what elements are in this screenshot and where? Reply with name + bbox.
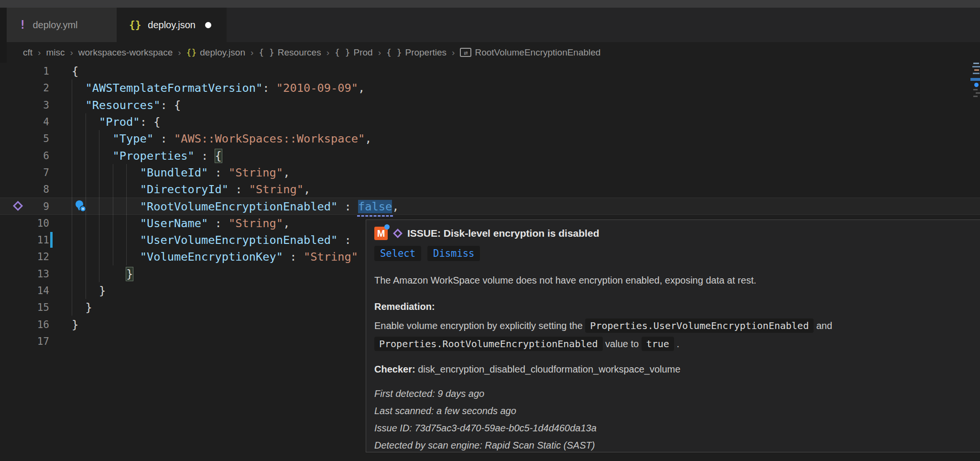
code-token: :: [283, 250, 304, 263]
remediation-text: Enable volume encryption by explicitly s…: [374, 317, 969, 353]
line-number: 9: [0, 198, 49, 215]
issue-title: ISSUE: Disk-level encryption is disabled: [407, 228, 599, 239]
code-token: "AWSTemplateFormatVersion": [86, 81, 263, 95]
line-number: 13: [0, 265, 49, 283]
line-content: "VolumeEncryptionKey" : "String": [72, 248, 358, 265]
tab-bar: !deploy.yml{}deploy.json: [7, 8, 980, 42]
minimap[interactable]: [973, 89, 978, 90]
code-token: :: [338, 200, 358, 213]
code-line-4[interactable]: 4 "Prod": {: [0, 113, 980, 131]
line-number: 5: [0, 130, 49, 147]
line-number: 12: [0, 248, 49, 265]
minimap[interactable]: [974, 83, 979, 87]
code-line-8[interactable]: 8 "DirectoryId" : "String",: [0, 181, 980, 198]
mend-logo-icon: M: [374, 227, 388, 240]
issue-description: The Amazon WorkSpace volume does not hav…: [374, 273, 969, 287]
modified-dot-icon[interactable]: [205, 22, 211, 28]
remediation-text-segment: Enable volume encryption by explicitly s…: [374, 320, 585, 331]
code-token: }: [72, 318, 78, 331]
breadcrumb-item-RootVolumeEncryptionEnabled[interactable]: ⇄RootVolumeEncryptionEnabled: [460, 47, 600, 58]
line-content: }: [72, 265, 133, 283]
code-line-1[interactable]: 1{: [0, 63, 980, 80]
json-braces-icon: {}: [129, 19, 141, 31]
line-content: }: [72, 299, 92, 316]
breadcrumb-item-misc[interactable]: misc: [46, 47, 65, 58]
line-number: 2: [0, 79, 49, 97]
modified-line-indicator: [50, 232, 53, 248]
line-content: }: [72, 316, 78, 333]
line-content: "UserName" : "String",: [72, 215, 290, 232]
breadcrumb-label: cft: [23, 47, 33, 58]
minimap[interactable]: [973, 96, 978, 97]
code-line-6[interactable]: 6 "Properties" : {: [0, 147, 980, 165]
code-token: :: [195, 149, 215, 163]
code-token: ,: [392, 200, 399, 213]
code-line-9[interactable]: 9 "RootVolumeEncryptionEnabled" : false,: [0, 198, 980, 215]
code-line-5[interactable]: 5 "Type" : "AWS::WorkSpaces::Workspace",: [0, 130, 980, 147]
minimap[interactable]: [972, 66, 980, 67]
minimap[interactable]: [973, 73, 980, 74]
tab-deploy.yml[interactable]: !deploy.yml: [7, 8, 117, 42]
tab-label: deploy.json: [148, 20, 196, 31]
code-line-2[interactable]: 2 "AWSTemplateFormatVersion": "2010-09-0…: [0, 79, 980, 97]
line-content: "Prod": {: [72, 113, 160, 131]
code-token: "RootVolumeEncryptionEnabled": [140, 200, 338, 213]
inline-code: true: [642, 337, 674, 351]
lightbulb-code-action-icon[interactable]: ✶: [74, 199, 87, 212]
issue-header: M ISSUE: Disk-level encryption is disabl…: [374, 226, 969, 241]
line-number: 3: [0, 97, 49, 114]
breadcrumb-item-Properties[interactable]: { }Properties: [386, 47, 446, 58]
code-token: "String": [229, 166, 283, 179]
mend-logo-letter: M: [377, 228, 385, 239]
breadcrumb-item-Resources[interactable]: { }Resources: [259, 47, 321, 58]
remediation-text-segment: .: [674, 339, 679, 349]
line-number: 7: [0, 164, 49, 181]
code-token: ,: [365, 132, 371, 145]
symbol-object-icon: { }: [259, 47, 274, 57]
breadcrumb-item-cft[interactable]: cft: [23, 47, 33, 58]
line-number: 4: [0, 113, 49, 131]
breadcrumb-separator: ›: [250, 47, 253, 58]
code-token: {: [72, 65, 78, 78]
json-braces-icon: {}: [186, 47, 197, 57]
code-token: "Properties": [113, 149, 195, 163]
breadcrumb: cft›misc›workspaces-workspace›{}deploy.j…: [7, 42, 980, 63]
remediation-text-segment: value to: [603, 339, 642, 349]
tab-deploy.json[interactable]: {}deploy.json: [117, 8, 227, 42]
code-token: "Prod": [99, 115, 140, 129]
breadcrumb-label: misc: [46, 47, 65, 58]
line-number: 10: [0, 215, 49, 232]
symbol-boolean-icon: ⇄: [460, 48, 471, 57]
minimap[interactable]: [974, 69, 979, 71]
minimap[interactable]: [970, 78, 980, 81]
issue-meta-line: Detected by scan engine: Rapid Scan Stat…: [374, 437, 969, 452]
line-number: 6: [0, 147, 49, 165]
dismiss-link[interactable]: Dismiss: [427, 246, 480, 261]
mend-logo-dot-icon: [384, 224, 390, 230]
checker-value: disk_encryption_disabled_cloudformation_…: [415, 364, 681, 374]
code-token: {: [215, 149, 222, 163]
minimap[interactable]: [976, 92, 980, 94]
code-token: "String": [229, 217, 283, 230]
code-token: :: [153, 132, 174, 145]
code-line-7[interactable]: 7 "BundleId" : "String",: [0, 164, 980, 181]
select-link[interactable]: Select: [374, 246, 421, 261]
inline-code: Properties.UserVolumeEncryptionEnabled: [585, 318, 814, 333]
code-token: }: [86, 301, 92, 314]
breadcrumb-separator: ›: [178, 47, 181, 58]
line-number: 16: [0, 316, 49, 333]
breadcrumb-item-deploy.json[interactable]: {}deploy.json: [186, 47, 245, 58]
remediation-heading: Remediation:: [374, 301, 969, 312]
breadcrumb-item-Prod[interactable]: { }Prod: [335, 47, 373, 58]
minimap[interactable]: [973, 63, 979, 64]
breadcrumb-label: Properties: [405, 47, 446, 58]
breadcrumb-label: Prod: [354, 47, 373, 58]
code-token: ,: [283, 166, 290, 179]
code-token: "2010-09-09": [276, 81, 358, 95]
line-number: 8: [0, 181, 49, 198]
code-line-3[interactable]: 3 "Resources": {: [0, 97, 980, 114]
breadcrumb-label: deploy.json: [200, 47, 245, 58]
breadcrumb-item-workspaces-workspace[interactable]: workspaces-workspace: [78, 47, 173, 58]
breadcrumb-separator: ›: [378, 47, 381, 58]
symbol-object-icon: { }: [386, 47, 402, 57]
